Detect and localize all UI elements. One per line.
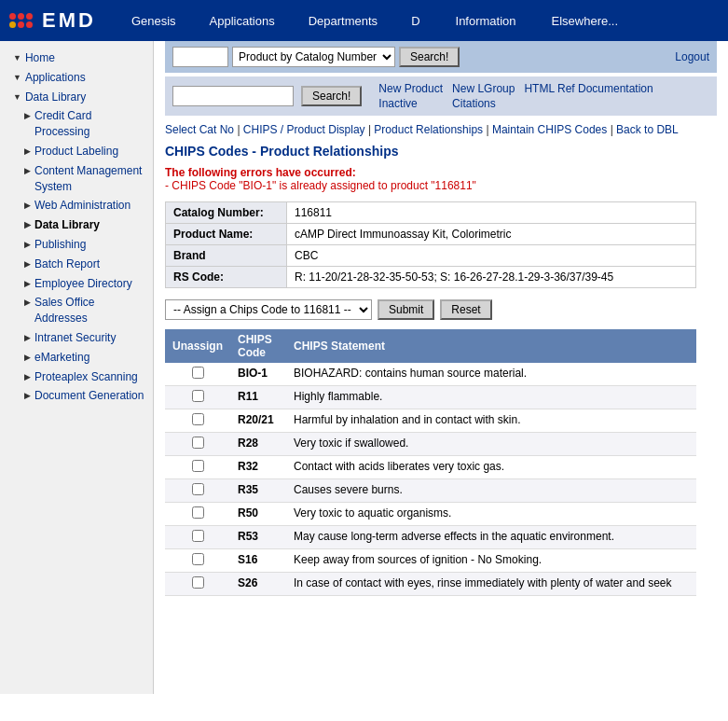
inactive-link[interactable]: Inactive — [378, 97, 443, 110]
chips-code: S26 — [230, 573, 286, 596]
sidebar-arrow-batch-report: ▶ — [24, 258, 31, 270]
nav-elsewhere[interactable]: Elsewhere... — [535, 14, 636, 28]
nav-d[interactable]: D — [394, 14, 436, 28]
chips-statement: Very toxic to aquatic organisms. — [286, 503, 696, 526]
search-bar-inner: Product by Catalog Number Product by Nam… — [172, 47, 460, 67]
second-search-button[interactable]: Search! — [301, 86, 362, 106]
catalog-number-label: Catalog Number: — [166, 202, 287, 224]
nav-departments[interactable]: Departments — [292, 14, 394, 28]
product-name-label: Product Name: — [166, 224, 287, 245]
top-nav: EMD Genesis Applications Departments D I… — [0, 0, 728, 41]
nav-genesis[interactable]: Genesis — [115, 14, 193, 28]
chips-row: R28 Very toxic if swallowed. — [165, 433, 696, 456]
second-search-input[interactable] — [172, 86, 294, 106]
chips-table-body: BIO-1 BIOHAZARD: contains human source m… — [165, 363, 696, 596]
nav-information[interactable]: Information — [437, 14, 535, 28]
chips-code: R53 — [230, 526, 286, 549]
brand-value: CBC — [287, 245, 696, 267]
logo-grid — [9, 13, 33, 28]
unassign-checkbox-cell[interactable] — [165, 456, 230, 479]
chips-row: R11 Highly flammable. — [165, 386, 696, 409]
sidebar-arrow-data-library-top: ▼ — [13, 91, 21, 104]
sidebar-arrow-publishing: ▶ — [24, 239, 31, 251]
html-ref-link[interactable]: HTML Ref Documentation — [524, 82, 652, 95]
sidebar-item-data-library-top[interactable]: ▼ Data Library — [0, 88, 153, 107]
unassign-checkbox-cell[interactable] — [165, 479, 230, 503]
unassign-checkbox[interactable] — [192, 437, 204, 449]
unassign-checkbox-cell[interactable] — [165, 386, 230, 409]
sidebar-item-emarketing[interactable]: ▶ eMarketing — [0, 348, 153, 367]
unassign-checkbox[interactable] — [192, 483, 204, 495]
unassign-checkbox-cell[interactable] — [165, 573, 230, 596]
new-product-link[interactable]: New Product — [378, 82, 443, 95]
logo-area: EMD — [9, 8, 96, 33]
chips-statement: In case of contact with eyes, rinse imme… — [286, 573, 696, 596]
unassign-checkbox[interactable] — [192, 390, 204, 402]
sidebar-arrow-product-labeling: ▶ — [24, 146, 31, 158]
breadcrumb-select-cat-no[interactable]: Select Cat No — [165, 123, 234, 136]
citations-link[interactable]: Citations — [452, 97, 515, 110]
unassign-checkbox[interactable] — [192, 367, 204, 379]
top-nav-links: Genesis Applications Departments D Infor… — [115, 14, 635, 28]
sidebar-item-applications[interactable]: ▼ Applications — [0, 68, 153, 88]
main-layout: ▼ Home ▼ Applications ▼ Data Library ▶ C… — [0, 41, 728, 694]
breadcrumb-product-relationships[interactable]: Product Relationships — [374, 123, 483, 136]
sidebar-arrow-sales-office: ▶ — [24, 297, 31, 309]
sidebar-item-home[interactable]: ▼ Home — [0, 49, 153, 68]
new-lgroup-link[interactable]: New LGroup — [452, 82, 515, 95]
error-message-0: - CHIPS Code "BIO-1" is already assigned… — [165, 179, 717, 192]
chips-row: R20/21 Harmful by inhalation and in cont… — [165, 409, 696, 433]
chips-row: S16 Keep away from sources of ignition -… — [165, 549, 696, 573]
sidebar-item-proteaplex[interactable]: ▶ Proteaplex Scanning — [0, 367, 153, 387]
error-title: The following errors have occurred: — [165, 166, 717, 179]
sidebar-item-sales-office[interactable]: ▶ Sales Office Addresses — [0, 293, 153, 328]
sidebar-item-data-library[interactable]: ▶ Data Library — [0, 215, 153, 235]
assign-chips-select[interactable]: -- Assign a Chips Code to 116811 -- — [165, 299, 372, 320]
breadcrumb-chips-product[interactable]: CHIPS / Product Display — [243, 123, 365, 136]
unassign-checkbox-cell[interactable] — [165, 503, 230, 526]
sidebar-item-credit-card[interactable]: ▶ Credit Card Processing — [0, 106, 153, 142]
product-row-rs-code: RS Code: R: 11-20/21-28-32-35-50-53; S: … — [166, 267, 696, 288]
unassign-checkbox-cell[interactable] — [165, 363, 230, 386]
unassign-checkbox[interactable] — [192, 413, 204, 425]
unassign-checkbox[interactable] — [192, 460, 204, 472]
chips-statement: Causes severe burns. — [286, 479, 696, 503]
second-row-links: New Product New LGroup HTML Ref Document… — [378, 82, 652, 110]
sidebar-item-employee-dir[interactable]: ▶ Employee Directory — [0, 274, 153, 294]
sidebar-item-web-admin[interactable]: ▶ Web Administration — [0, 196, 153, 215]
submit-button[interactable]: Submit — [378, 299, 434, 320]
chips-row: BIO-1 BIOHAZARD: contains human source m… — [165, 363, 696, 386]
unassign-checkbox[interactable] — [192, 506, 204, 519]
breadcrumb-back-dbl[interactable]: Back to DBL — [616, 123, 679, 136]
nav-applications[interactable]: Applications — [193, 14, 292, 28]
catalog-search-input[interactable] — [172, 47, 228, 67]
sidebar-item-content-mgmt[interactable]: ▶ Content Management System — [0, 161, 153, 197]
sidebar-arrow-document-gen: ▶ — [24, 390, 31, 402]
unassign-checkbox[interactable] — [192, 576, 204, 589]
sidebar-item-product-labeling[interactable]: ▶ Product Labeling — [0, 142, 153, 161]
unassign-checkbox-cell[interactable] — [165, 549, 230, 573]
product-row-brand: Brand CBC — [166, 245, 696, 267]
chips-statement: Very toxic if swallowed. — [286, 433, 696, 456]
unassign-checkbox-cell[interactable] — [165, 433, 230, 456]
product-row-catalog: Catalog Number: 116811 — [166, 202, 696, 224]
breadcrumb-maintain-chips[interactable]: Maintain CHIPS Codes — [492, 123, 607, 136]
sidebar-item-batch-report[interactable]: ▶ Batch Report — [0, 255, 153, 274]
chips-statement: May cause long-term adverse effects in t… — [286, 526, 696, 549]
logout-link[interactable]: Logout — [675, 50, 709, 63]
sidebar-arrow-web-admin: ▶ — [24, 200, 31, 212]
search-button[interactable]: Search! — [399, 47, 460, 67]
error-box: The following errors have occurred: - CH… — [165, 166, 717, 192]
chips-header-unassign: Unassign — [165, 329, 230, 363]
chips-code: R11 — [230, 386, 286, 409]
search-type-select[interactable]: Product by Catalog Number Product by Nam… — [232, 47, 395, 67]
chips-statement: Harmful by inhalation and in contact wit… — [286, 409, 696, 433]
sidebar-item-document-gen[interactable]: ▶ Document Generation — [0, 386, 153, 406]
unassign-checkbox-cell[interactable] — [165, 526, 230, 549]
sidebar-item-intranet-security[interactable]: ▶ Intranet Security — [0, 328, 153, 348]
sidebar-item-publishing[interactable]: ▶ Publishing — [0, 235, 153, 255]
unassign-checkbox-cell[interactable] — [165, 409, 230, 433]
unassign-checkbox[interactable] — [192, 530, 204, 542]
unassign-checkbox[interactable] — [192, 553, 204, 565]
reset-button[interactable]: Reset — [440, 299, 491, 320]
